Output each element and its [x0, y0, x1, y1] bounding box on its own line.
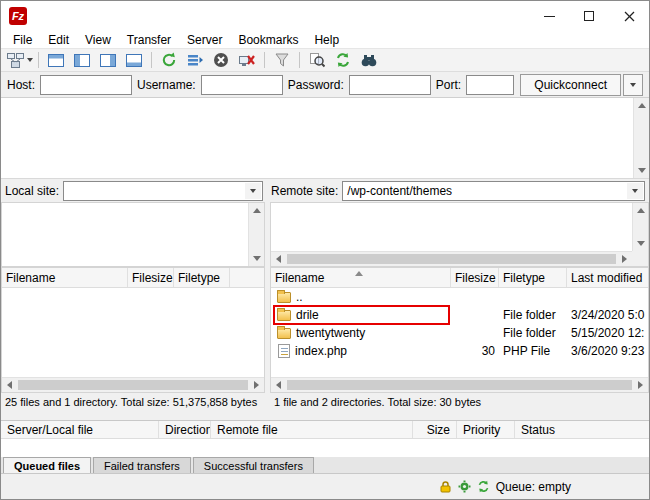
chevron-down-icon [632, 189, 638, 193]
scrollbar-thumb[interactable] [287, 380, 632, 390]
remote-column-filesize[interactable]: Filesize [451, 268, 499, 287]
synchronized-browsing-button[interactable] [331, 49, 355, 71]
file-name: twentytwenty [296, 326, 365, 340]
sync-activity-icon[interactable] [477, 480, 490, 493]
host-input[interactable] [40, 75, 132, 95]
quickconnect-button[interactable]: Quickconnect [520, 74, 621, 96]
remote-tree-vscrollbar[interactable] [632, 203, 648, 251]
remote-site-dropdown-button[interactable] [627, 183, 643, 199]
password-input[interactable] [349, 75, 431, 95]
queue-column-server-local-file[interactable]: Server/Local file [1, 421, 159, 438]
menu-bookmarks[interactable]: Bookmarks [230, 31, 306, 48]
synchronized-browsing-icon [335, 52, 351, 68]
site-manager-button[interactable] [7, 49, 33, 71]
toggle-message-log-button[interactable] [44, 49, 68, 71]
tab-failed-transfers[interactable]: Failed transfers [93, 457, 191, 474]
scroll-down-button[interactable] [249, 251, 264, 266]
scroll-down-button[interactable] [634, 163, 649, 178]
local-site-dropdown-button[interactable] [245, 183, 261, 199]
scroll-left-button[interactable] [271, 252, 286, 266]
toggle-transfer-queue-button[interactable] [122, 49, 146, 71]
scroll-right-button[interactable] [249, 378, 264, 392]
php-file-icon [278, 344, 290, 358]
queue-column-status[interactable]: Status [515, 421, 649, 438]
scroll-up-button[interactable] [633, 203, 648, 218]
right-arrow-icon [254, 381, 259, 389]
down-arrow-icon [638, 168, 646, 173]
file-row-drile[interactable]: drile File folder 3/24/2020 5:0 [271, 306, 648, 324]
scroll-right-button[interactable] [617, 252, 632, 266]
minimize-button[interactable] [529, 1, 569, 31]
folder-icon [277, 292, 291, 303]
scroll-up-button[interactable] [634, 98, 649, 113]
queue-column-size[interactable]: Size [413, 421, 457, 438]
local-site-combo[interactable] [63, 181, 263, 201]
scrollbar-thumb[interactable] [18, 380, 248, 390]
remote-directory-status: 1 file and 2 directories. Total size: 30… [270, 393, 649, 413]
gear-icon[interactable] [458, 480, 471, 493]
find-files-icon [361, 53, 377, 67]
find-files-button[interactable] [357, 49, 381, 71]
queue-column-remote-file[interactable]: Remote file [211, 421, 413, 438]
refresh-button[interactable] [157, 49, 181, 71]
queue-column-direction[interactable]: Direction [159, 421, 211, 438]
minimize-icon [544, 16, 555, 17]
file-row-index-php[interactable]: index.php 30 PHP File 3/6/2020 9:23 [271, 342, 648, 360]
remote-column-last-modified[interactable]: Last modified [567, 268, 648, 287]
message-log-scrollbar[interactable] [633, 98, 649, 178]
scroll-left-button[interactable] [271, 378, 286, 392]
lock-icon[interactable] [439, 480, 452, 493]
filter-button[interactable] [270, 49, 294, 71]
toggle-local-tree-button[interactable] [70, 49, 94, 71]
port-input[interactable] [466, 75, 514, 95]
local-file-list[interactable] [2, 288, 264, 377]
file-row-parent-dir[interactable]: .. [271, 288, 648, 306]
remote-file-list[interactable]: .. drile File folder 3/24/2020 5:0 twent… [271, 288, 648, 377]
menu-edit[interactable]: Edit [40, 31, 77, 48]
transfer-queue-list[interactable] [1, 439, 649, 457]
toggle-remote-tree-button[interactable] [96, 49, 120, 71]
scroll-down-button[interactable] [633, 236, 648, 251]
remote-tree-hscrollbar[interactable] [271, 251, 632, 266]
file-row-twentytwenty[interactable]: twentytwenty File folder 5/15/2020 12: [271, 324, 648, 342]
tab-queued-files[interactable]: Queued files [3, 457, 91, 474]
toggle-message-log-icon [48, 54, 64, 67]
file-name: index.php [295, 344, 347, 358]
disconnect-button[interactable] [235, 49, 259, 71]
remote-list-hscrollbar[interactable] [271, 377, 648, 392]
quickconnect-group: Quickconnect [520, 74, 643, 96]
toggle-transfer-queue-icon [126, 54, 142, 67]
file-name: .. [296, 290, 303, 304]
maximize-button[interactable] [569, 1, 609, 31]
menu-server[interactable]: Server [179, 31, 230, 48]
remote-directory-tree[interactable] [270, 202, 649, 267]
menu-view[interactable]: View [77, 31, 119, 48]
queue-column-priority[interactable]: Priority [457, 421, 515, 438]
local-list-hscrollbar[interactable] [2, 377, 264, 392]
menu-file[interactable]: File [5, 31, 40, 48]
local-column-filename[interactable]: Filename [2, 268, 128, 287]
local-column-filesize[interactable]: Filesize [128, 268, 174, 287]
remote-column-filetype[interactable]: Filetype [499, 268, 567, 287]
host-label: Host: [7, 78, 35, 92]
local-column-spacer [230, 268, 264, 287]
process-queue-button[interactable] [183, 49, 207, 71]
scroll-right-button[interactable] [633, 378, 648, 392]
scrollbar-thumb[interactable] [287, 254, 616, 264]
local-directory-status: 25 files and 1 directory. Total size: 51… [1, 393, 267, 413]
menu-help[interactable]: Help [306, 31, 347, 48]
directory-comparison-button[interactable] [305, 49, 329, 71]
close-button[interactable] [609, 1, 649, 31]
scroll-up-button[interactable] [249, 203, 264, 218]
tab-successful-transfers[interactable]: Successful transfers [193, 457, 314, 474]
quickconnect-dropdown-button[interactable] [623, 74, 643, 96]
local-tree-scrollbar[interactable] [248, 203, 264, 266]
remote-site-combo[interactable]: /wp-content/themes [342, 181, 645, 201]
file-type: File folder [499, 326, 567, 340]
username-input[interactable] [201, 75, 283, 95]
local-directory-tree[interactable] [1, 202, 265, 267]
local-column-filetype[interactable]: Filetype [174, 268, 230, 287]
scroll-left-button[interactable] [2, 378, 17, 392]
cancel-operation-button[interactable] [209, 49, 233, 71]
menu-transfer[interactable]: Transfer [119, 31, 179, 48]
